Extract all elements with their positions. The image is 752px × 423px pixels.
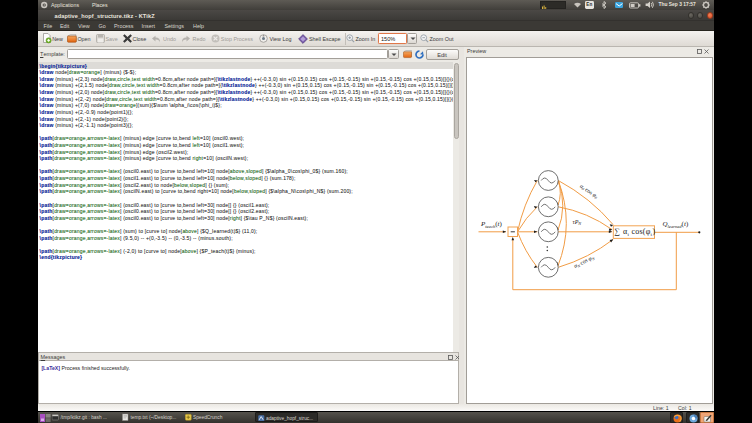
svg-text:Qlearned(t): Qlearned(t): [662, 220, 688, 228]
svg-text:Pteach(t): Pteach(t): [480, 220, 503, 228]
svg-text:τPN: τPN: [572, 218, 581, 225]
svg-text:α0 cos φ0: α0 cos φ0: [578, 182, 599, 199]
svg-text:∑ αi cos(φi): ∑ αi cos(φi): [614, 227, 655, 236]
svg-text:αN cos φN: αN cos φN: [572, 253, 595, 269]
